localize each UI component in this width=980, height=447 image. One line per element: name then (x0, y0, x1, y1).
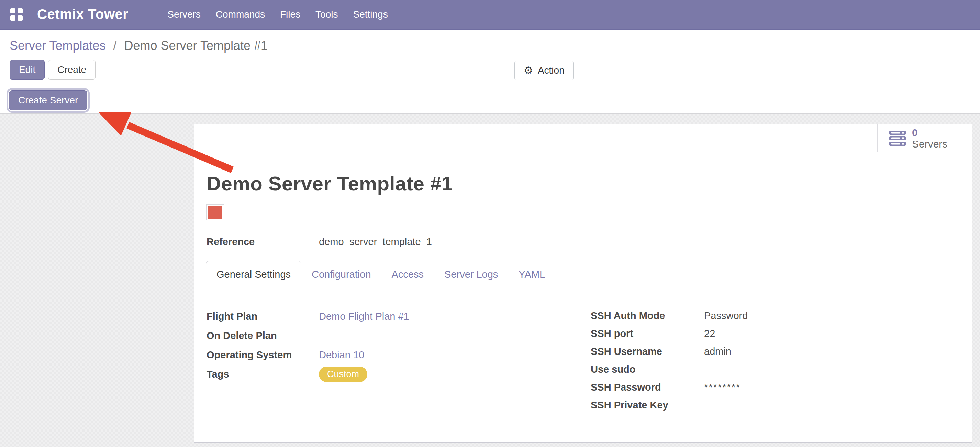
field-label: Reference (207, 236, 309, 247)
control-panel-buttons: Edit Create (10, 60, 970, 80)
breadcrumb-parent-link[interactable]: Server Templates (10, 38, 105, 53)
operating-system-link[interactable]: Debian 10 (319, 350, 364, 360)
field-value: Demo Flight Plan #1 (309, 311, 576, 322)
action-button[interactable]: ⚙ Action (514, 61, 574, 80)
breadcrumb-separator: / (113, 38, 116, 53)
apps-grid-square (10, 16, 16, 21)
field-row-reference: Reference demo_server_template_1 (207, 228, 960, 255)
top-nav-bar: Cetmix Tower Servers Commands Files Tool… (0, 0, 980, 30)
button-box: 0 Servers (194, 125, 972, 152)
servers-stat-label: Servers (912, 138, 947, 150)
tab-yaml[interactable]: YAML (508, 261, 555, 288)
servers-stat-button[interactable]: 0 Servers (877, 125, 972, 152)
color-swatch (207, 204, 224, 220)
nav-item-tools[interactable]: Tools (315, 7, 339, 22)
field-label: SSH Auth Mode (591, 310, 694, 321)
field-group-right: SSH Auth Mode Password SSH port 22 SSH U… (591, 307, 960, 414)
reference-field-group: Reference demo_server_template_1 (207, 228, 960, 255)
apps-grid-icon[interactable] (10, 8, 23, 21)
gear-icon: ⚙ (524, 65, 533, 76)
field-value: demo_server_template_1 (309, 236, 960, 247)
apps-grid-square (18, 16, 23, 21)
nav-item-servers[interactable]: Servers (167, 7, 201, 22)
control-panel: Server Templates / Demo Server Template … (0, 30, 980, 87)
field-label: Flight Plan (207, 311, 309, 322)
tab-access[interactable]: Access (382, 261, 434, 288)
field-row-ssh-private-key: SSH Private Key (591, 396, 960, 414)
field-value: Custom (309, 367, 576, 382)
field-group-left: Flight Plan Demo Flight Plan #1 On Delet… (207, 307, 576, 414)
nav-item-files[interactable]: Files (279, 7, 301, 22)
server-stack-icon (889, 131, 906, 146)
field-label: On Delete Plan (207, 330, 309, 342)
brand-title[interactable]: Cetmix Tower (37, 6, 128, 22)
field-row-operating-system: Operating System Debian 10 (207, 345, 576, 364)
field-label: SSH Private Key (591, 399, 694, 411)
tag-badge: Custom (319, 367, 368, 382)
nav-item-commands[interactable]: Commands (215, 7, 266, 22)
edit-button[interactable]: Edit (10, 60, 45, 80)
form-sheet: 0 Servers Demo Server Template #1 Refere… (194, 124, 972, 442)
servers-stat-count: 0 (912, 127, 947, 138)
tab-bar: General Settings Configuration Access Se… (206, 261, 964, 288)
field-row-tags: Tags Custom (207, 364, 576, 384)
field-row-on-delete-plan: On Delete Plan (207, 326, 576, 345)
field-row-flight-plan: Flight Plan Demo Flight Plan #1 (207, 307, 576, 326)
apps-grid-square (10, 8, 16, 13)
action-button-label: Action (538, 65, 565, 76)
servers-stat-text: 0 Servers (912, 127, 947, 150)
field-groups: Flight Plan Demo Flight Plan #1 On Delet… (194, 288, 972, 414)
field-row-use-sudo: Use sudo (591, 360, 960, 378)
record-title: Demo Server Template #1 (207, 172, 960, 195)
field-label: Use sudo (591, 364, 694, 375)
field-row-ssh-username: SSH Username admin (591, 342, 960, 360)
field-label: Tags (207, 369, 309, 380)
field-label: SSH Password (591, 382, 694, 393)
field-row-ssh-port: SSH port 22 (591, 325, 960, 342)
tab-configuration[interactable]: Configuration (301, 261, 382, 288)
form-header-strip: Create Server (0, 87, 980, 114)
field-value: Password (694, 310, 960, 321)
field-value: admin (694, 346, 960, 357)
field-value: ******** (694, 382, 960, 393)
create-server-button[interactable]: Create Server (9, 91, 87, 110)
tab-server-logs[interactable]: Server Logs (434, 261, 508, 288)
field-value: Debian 10 (309, 350, 576, 361)
field-label: SSH port (591, 328, 694, 339)
field-label: Operating System (207, 350, 309, 361)
field-value: 22 (694, 328, 960, 339)
nav-menu: Servers Commands Files Tools Settings (167, 7, 388, 22)
field-row-ssh-password: SSH Password ******** (591, 378, 960, 396)
content-area: 0 Servers Demo Server Template #1 Refere… (0, 114, 980, 447)
flight-plan-link[interactable]: Demo Flight Plan #1 (319, 311, 409, 322)
breadcrumb-current: Demo Server Template #1 (124, 38, 268, 53)
apps-grid-square (18, 8, 23, 13)
field-label: SSH Username (591, 346, 694, 357)
field-row-ssh-auth-mode: SSH Auth Mode Password (591, 307, 960, 325)
breadcrumb: Server Templates / Demo Server Template … (10, 38, 970, 53)
create-button[interactable]: Create (48, 60, 95, 80)
nav-item-settings[interactable]: Settings (352, 7, 388, 22)
tab-general-settings[interactable]: General Settings (206, 261, 301, 288)
